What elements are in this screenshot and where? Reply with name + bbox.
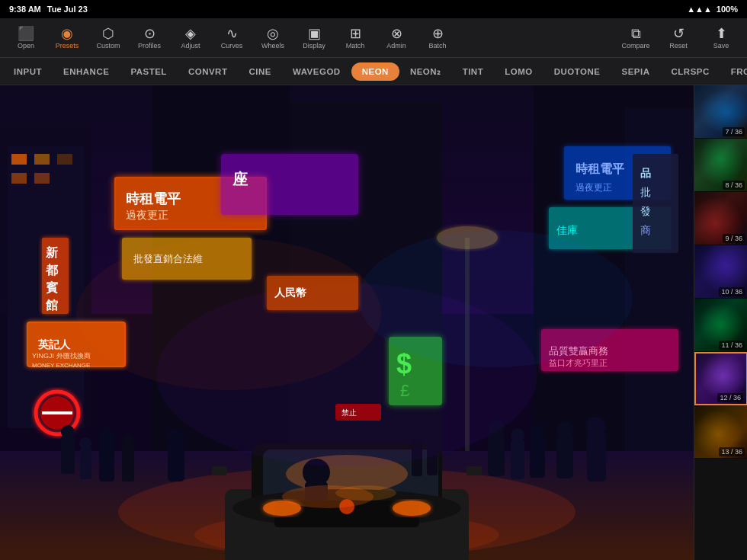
svg-point-64 [393,501,431,516]
preset-tab-neon2[interactable]: NEON₂ [399,62,452,82]
thumbnail-7[interactable]: 7 / 36 [694,85,747,139]
svg-text:新: 新 [46,245,59,259]
svg-point-99 [76,238,381,390]
svg-text:時租電平: 時租電平 [575,162,625,175]
thumbnail-8[interactable]: 8 / 36 [694,139,747,192]
svg-text:批: 批 [640,186,651,198]
thumbnail-9[interactable]: 9 / 36 [694,192,747,245]
open-icon: ⬛ [18,27,34,40]
save-icon: ⬆ [716,27,727,40]
batch-icon: ⊕ [432,27,444,40]
preset-tab-input[interactable]: INPUT [3,62,53,81]
tool-btn-batch[interactable]: ⊕ Batch [418,21,457,56]
svg-point-75 [79,437,91,450]
preset-tab-pastel[interactable]: PASTEL [120,62,178,81]
admin-icon: ⊗ [391,27,402,40]
svg-rect-82 [488,432,505,476]
tool-btn-admin[interactable]: ⊗ Admin [377,21,416,56]
preset-tabs: INPUTENHANCEPASTELCONVRTCINEWAVEGODNEONN… [0,58,747,85]
svg-text:YINGJI 外匯找換商: YINGJI 外匯找換商 [32,352,91,360]
tool-btn-custom[interactable]: ⬡ Custom [88,21,128,56]
svg-point-87 [530,424,545,439]
status-bar: 9:38 AM Tue Jul 23 ▲▲▲ 100% [0,0,747,18]
admin-label: Admin [386,42,406,50]
profiles-label: Profiles [138,42,161,50]
svg-rect-5 [34,154,50,165]
preset-tab-clrspc[interactable]: CLRSPC [661,62,720,81]
tool-btn-open[interactable]: ⬛ Open [6,21,46,56]
svg-rect-42 [633,154,678,253]
tool-btn-display[interactable]: ▣ Display [294,21,334,56]
match-icon: ⊞ [350,27,361,40]
svg-point-71 [335,485,396,501]
preset-tab-duotone[interactable]: DUOTONE [543,62,611,81]
svg-rect-74 [80,447,91,479]
thumbnail-10[interactable]: 10 / 36 [694,245,747,299]
thumbnail-11[interactable]: 11 / 36 [694,299,747,352]
custom-label: Custom [96,42,120,50]
preset-tab-enhance[interactable]: ENHANCE [53,62,120,81]
tool-btn-presets[interactable]: ◉ Presets [47,21,87,56]
thumbnail-12[interactable]: 12 / 36 [694,352,747,405]
presets-icon: ◉ [61,27,73,40]
toolbar-left: ⬛ Open ◉ Presets ⬡ Custom ⊙ Profiles ◈ A… [6,21,457,56]
svg-text:品: 品 [640,167,651,179]
presets-label: Presets [56,42,79,50]
preset-tab-wavegod[interactable]: WAVEGOD [282,62,351,81]
batch-label: Batch [428,42,446,50]
preset-tab-cine[interactable]: CINE [238,62,281,81]
svg-text:時租電平: 時租電平 [126,191,181,206]
svg-rect-7 [34,173,50,184]
svg-point-100 [358,230,633,367]
svg-rect-6 [11,173,27,184]
svg-point-85 [511,428,524,442]
svg-rect-88 [556,434,573,478]
thumb-label-11: 11 / 36 [719,341,745,350]
tool-btn-reset[interactable]: ↺ Reset [659,21,698,56]
svg-rect-66 [212,466,227,475]
tool-btn-curves[interactable]: ∿ Curves [212,21,252,56]
street-scene-svg: 英記人 YINGJI 外匯找換商 MONEY EXCHANGE 新 都 賓 館 … [0,85,694,560]
compare-icon: ⧉ [631,27,641,40]
thumbnail-13[interactable]: 13 / 36 [694,405,747,459]
thumb-label-10: 10 / 36 [719,287,745,296]
svg-text:發: 發 [640,205,651,217]
display-icon: ▣ [308,27,321,40]
preset-tab-tint[interactable]: TINT [452,62,495,81]
wheels-icon: ◎ [267,27,279,40]
svg-text:過夜更正: 過夜更正 [575,182,612,193]
wheels-label: Wheels [261,42,284,50]
svg-text:賓: 賓 [46,280,58,294]
battery-display: 100% [717,5,738,14]
tool-btn-wheels[interactable]: ◎ Wheels [253,21,293,56]
tool-btn-match[interactable]: ⊞ Match [335,21,375,56]
svg-text:MONEY EXCHANGE: MONEY EXCHANGE [32,362,90,369]
tool-btn-save[interactable]: ⬆ Save [701,21,741,56]
tool-btn-compare[interactable]: ⧉ Compare [616,21,656,56]
display-label: Display [303,42,325,50]
svg-point-73 [61,425,75,439]
svg-text:佳庫: 佳庫 [556,224,578,236]
preset-tab-neon[interactable]: NEON [351,62,399,81]
tool-btn-profiles[interactable]: ⊙ Profiles [130,21,169,56]
svg-point-81 [168,429,184,446]
svg-text:商: 商 [640,224,651,236]
preset-tab-lomo[interactable]: LOMO [494,62,543,81]
svg-rect-4 [11,154,27,165]
svg-text:座: 座 [232,171,248,187]
svg-rect-90 [587,432,606,482]
svg-text:人民幣: 人民幣 [274,286,307,299]
thumb-label-9: 9 / 36 [723,234,745,243]
reset-label: Reset [669,42,688,50]
svg-text:都: 都 [45,264,59,277]
tool-btn-adjust[interactable]: ◈ Adjust [171,21,210,56]
preset-tab-sepia[interactable]: SEPIA [611,62,660,81]
svg-rect-84 [511,440,524,479]
preset-tab-convrt[interactable]: CONVRT [178,62,239,81]
profiles-icon: ⊙ [144,27,155,40]
svg-text:禁止: 禁止 [341,408,357,417]
svg-point-91 [586,417,606,437]
preset-tab-fromlog[interactable]: FROMLOG [720,62,747,81]
time-display: 9:38 AM [9,5,41,14]
date-display: Tue Jul 23 [47,5,88,14]
